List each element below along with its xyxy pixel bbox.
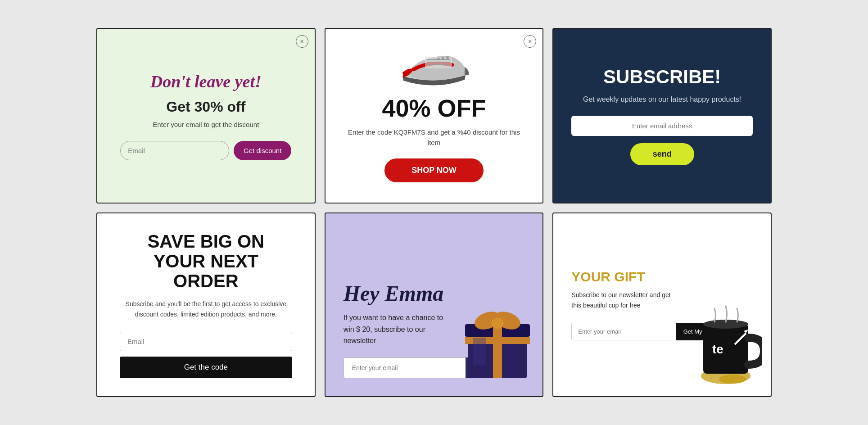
- svg-point-6: [442, 57, 444, 59]
- card-dont-leave: × Don't leave yet! Get 30% off Enter you…: [96, 28, 316, 203]
- card3-email-input[interactable]: [571, 116, 753, 136]
- popup-grid: × Don't leave yet! Get 30% off Enter you…: [96, 28, 772, 397]
- card1-email-input[interactable]: [120, 141, 229, 160]
- card3-description: Get weekly updates on our latest happy p…: [583, 94, 741, 105]
- card1-description: Enter your email to get the discount: [153, 121, 259, 128]
- card3-send-button[interactable]: send: [630, 143, 694, 165]
- card1-discount-button[interactable]: Get discount: [234, 141, 291, 160]
- card4-title: SAVE BIG ON YOUR NEXT ORDER: [120, 231, 292, 291]
- card-hey-emma: Hey Emma If you want to have a chance to…: [325, 212, 544, 397]
- card2-description: Enter the code KQ3FM7S and get a %40 dis…: [344, 127, 525, 148]
- svg-point-17: [719, 375, 746, 384]
- gift-box-decoration: [461, 293, 533, 383]
- card-discount-shoe: ×: [325, 28, 544, 203]
- card2-shop-button[interactable]: SHOP NOW: [384, 158, 484, 182]
- svg-point-14: [491, 318, 504, 329]
- card3-title: SUBSCRIBE!: [603, 66, 721, 88]
- card6-description: Subscribe to our newsletter and get this…: [571, 290, 674, 310]
- card4-code-button[interactable]: Get the code: [120, 357, 292, 378]
- card5-email-input[interactable]: [344, 357, 466, 378]
- svg-text:te: te: [712, 342, 723, 356]
- card5-description: If you want to have a chance to win $ 20…: [344, 312, 452, 347]
- card1-input-row: Get discount: [120, 141, 291, 160]
- close-button-2[interactable]: ×: [524, 35, 536, 48]
- card6-email-input[interactable]: [571, 323, 676, 340]
- card4-email-input[interactable]: [120, 332, 292, 351]
- card1-title: Don't leave yet!: [150, 72, 262, 91]
- close-button-1[interactable]: ×: [296, 35, 308, 48]
- card-save-big: SAVE BIG ON YOUR NEXT ORDER Subscribe an…: [96, 212, 316, 397]
- svg-point-7: [446, 56, 449, 59]
- card-your-gift: YOUR GIFT Subscribe to our newsletter an…: [552, 212, 772, 397]
- mug-decoration: te: [690, 297, 762, 387]
- card4-description: Subscribe and you'll be the first to get…: [120, 299, 292, 319]
- card-subscribe: SUBSCRIBE! Get weekly updates on our lat…: [552, 28, 772, 203]
- svg-point-5: [437, 58, 440, 60]
- svg-rect-15: [473, 338, 486, 365]
- shoe-image: [398, 40, 470, 90]
- card6-title: YOUR GIFT: [571, 269, 757, 285]
- svg-rect-10: [493, 324, 502, 378]
- svg-rect-18: [703, 324, 748, 374]
- card1-subtitle: Get 30% off: [166, 99, 245, 115]
- card2-discount: 40% OFF: [382, 94, 486, 122]
